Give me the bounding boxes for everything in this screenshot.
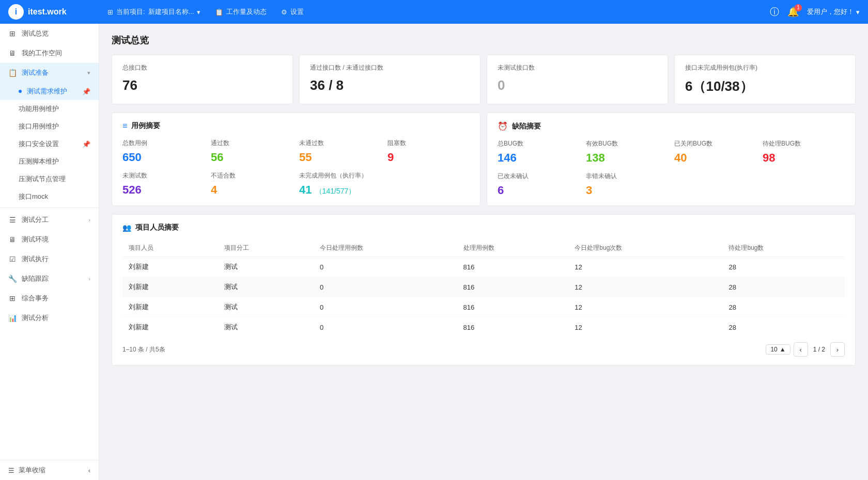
sidebar-label-perf-script: 压测脚本维护 — [19, 157, 59, 166]
sidebar-item-test-analysis[interactable]: 📊 测试分析 — [0, 308, 99, 328]
stat-label-3: 接口未完成用例包(执行率) — [685, 63, 845, 72]
bug-item-closed: 已关闭BUG数 40 — [674, 139, 756, 165]
sidebar-label-api-case: 接口用例维护 — [19, 122, 59, 131]
workload-label: 工作量及动态 — [226, 7, 267, 17]
sidebar-label-test-exec: 测试执行 — [22, 254, 90, 264]
user-greeting: 爱用户，您好！ — [807, 7, 854, 17]
sidebar-label-func-case: 功能用例维护 — [19, 104, 59, 114]
env-icon: 🖥 — [8, 235, 17, 244]
nav-workload[interactable]: 📋 工作量及动态 — [209, 0, 273, 24]
sidebar-item-test-req[interactable]: 测试需求维护 📌 — [0, 83, 99, 100]
page-current: 1 / 2 — [811, 346, 827, 353]
cell-pending-bugs[interactable]: 28 — [722, 257, 845, 277]
cell-role: 测试 — [218, 297, 314, 317]
cell-pending-bugs[interactable]: 28 — [722, 317, 845, 338]
cell-today-cases: 0 — [314, 277, 457, 297]
sidebar-item-test-division[interactable]: ☰ 测试分工 › — [0, 210, 99, 230]
stats-row: 总接口数 76 通过接口数 / 未通过接口数 36 / 8 未测试接口数 0 接… — [112, 55, 856, 104]
cell-role: 测试 — [218, 257, 314, 277]
main-content: 测试总览 总接口数 76 通过接口数 / 未通过接口数 36 / 8 未测试接口… — [99, 24, 868, 480]
nav-project[interactable]: ⊞ 当前项目: 新建项目名称... ▾ — [101, 0, 207, 24]
sidebar-label-test-analysis: 测试分析 — [22, 313, 90, 323]
sidebar-label-test-env: 测试环境 — [22, 235, 90, 244]
test-prep-icon: 📋 — [8, 69, 17, 77]
top-menu: ⊞ 当前项目: 新建项目名称... ▾ 📋 工作量及动态 ⚙ 设置 — [101, 0, 770, 24]
stat-label-0: 总接口数 — [122, 63, 282, 72]
page-size-up-icon: ▲ — [780, 346, 786, 353]
test-prep-arrow: ▾ — [87, 70, 90, 76]
app-logo[interactable]: i itest.work — [8, 4, 101, 20]
bug-item-not-error-unconfirmed: 非错未确认 3 — [586, 172, 668, 197]
collapse-arrow: ‹ — [88, 467, 90, 474]
cell-today-cases: 0 — [314, 257, 457, 277]
sidebar-item-func-case[interactable]: 功能用例维护 — [0, 100, 99, 118]
cell-pending-bugs[interactable]: 28 — [722, 277, 845, 297]
bug-summary-grid2: 已改未确认 6 非错未确认 3 — [498, 172, 845, 197]
case-item-blocked: 阻塞数 9 — [388, 139, 470, 164]
cell-pending-bugs[interactable]: 28 — [722, 297, 845, 317]
sidebar-item-test-exec[interactable]: ☑ 测试执行 — [0, 249, 99, 269]
sidebar-item-test-env[interactable]: 🖥 测试环境 — [0, 230, 99, 249]
cell-today-bugs: 12 — [568, 317, 722, 338]
collapse-icon: ☰ — [8, 467, 14, 474]
page-size-select[interactable]: 10 ▲ — [766, 344, 790, 355]
cell-total-cases: 816 — [457, 297, 569, 317]
cell-role: 测试 — [218, 317, 314, 338]
sidebar-item-test-overview[interactable]: ⊞ 测试总览 — [0, 24, 99, 43]
sidebar-label-test-overview: 测试总览 — [22, 29, 90, 38]
division-icon: ☰ — [8, 216, 17, 224]
overview-icon: ⊞ — [8, 29, 17, 38]
sidebar-label-test-prep: 测试准备 — [22, 68, 82, 77]
exec-icon: ☑ — [8, 255, 17, 263]
table-row: 刘新建 测试 0 816 12 28 — [122, 317, 845, 338]
case-item-incomplete: 未完成用例包（执行率） 41 （141/577） — [299, 171, 470, 197]
workload-icon: 📋 — [215, 8, 223, 16]
cell-total-cases: 816 — [457, 277, 569, 297]
help-icon[interactable]: ⓘ — [770, 6, 779, 18]
stat-value-0: 76 — [122, 77, 282, 93]
user-dropdown-icon: ▾ — [856, 8, 860, 16]
notification-icon[interactable]: 🔔 1 — [787, 6, 799, 18]
settings-icon: ⚙ — [281, 8, 287, 16]
sidebar-item-bug-track[interactable]: 🔧 缺陷跟踪 › — [0, 269, 99, 289]
prev-page-btn[interactable]: ‹ — [794, 342, 808, 357]
cell-total-cases: 816 — [457, 257, 569, 277]
table-row: 刘新建 测试 0 816 12 28 — [122, 257, 845, 277]
logo-text: itest.work — [28, 7, 67, 17]
case-summary-title: ≡ 用例摘要 — [122, 121, 470, 131]
next-page-btn[interactable]: › — [830, 342, 845, 357]
nav-settings[interactable]: ⚙ 设置 — [275, 0, 310, 24]
col-role: 项目分工 — [218, 239, 314, 257]
cell-today-bugs: 12 — [568, 257, 722, 277]
sidebar-item-api-security[interactable]: 接口安全设置 📌 — [0, 135, 99, 153]
pin-icon: 📌 — [82, 88, 90, 95]
sidebar-label-test-req: 测试需求维护 — [27, 87, 67, 96]
sidebar-item-test-prep[interactable]: 📋 测试准备 ▾ — [0, 63, 99, 83]
sidebar-item-perf-script[interactable]: 压测脚本维护 — [0, 153, 99, 170]
division-arrow: › — [88, 217, 90, 223]
user-menu[interactable]: 爱用户，您好！ ▾ — [807, 7, 860, 17]
project-label: 当前项目: — [116, 7, 145, 17]
sidebar-item-api-mock[interactable]: 接口mock — [0, 188, 99, 205]
table-header-row: 项目人员 项目分工 今日处理用例数 处理用例数 今日处理bug次数 待处理bug… — [122, 239, 845, 257]
pagination-controls: 10 ▲ ‹ 1 / 2 › — [766, 342, 845, 357]
stat-label-1: 通过接口数 / 未通过接口数 — [310, 63, 470, 72]
cell-total-cases: 816 — [457, 317, 569, 338]
sidebar-collapse[interactable]: ☰ 菜单收缩 ‹ — [0, 460, 99, 480]
stat-label-2: 未测试接口数 — [498, 63, 657, 72]
case-item-untested: 未测试数 526 — [122, 171, 205, 197]
page-size-value: 10 — [770, 346, 777, 353]
notification-badge: 1 — [795, 4, 802, 11]
sidebar-label-test-division: 测试分工 — [22, 215, 83, 225]
col-total-cases: 处理用例数 — [457, 239, 569, 257]
col-today-bugs: 今日处理bug次数 — [568, 239, 722, 257]
pin-security-icon: 📌 — [82, 140, 90, 148]
project-name: 新建项目名称... — [148, 7, 194, 17]
case-summary-label: 用例摘要 — [131, 121, 160, 131]
divider-1 — [0, 207, 99, 208]
sidebar-item-general-affairs[interactable]: ⊞ 综合事务 — [0, 289, 99, 308]
cell-name: 刘新建 — [122, 277, 218, 297]
sidebar-item-perf-node[interactable]: 压测试节点管理 — [0, 170, 99, 188]
sidebar-item-api-case[interactable]: 接口用例维护 — [0, 118, 99, 135]
sidebar-item-my-workspace[interactable]: 🖥 我的工作空间 — [0, 43, 99, 63]
